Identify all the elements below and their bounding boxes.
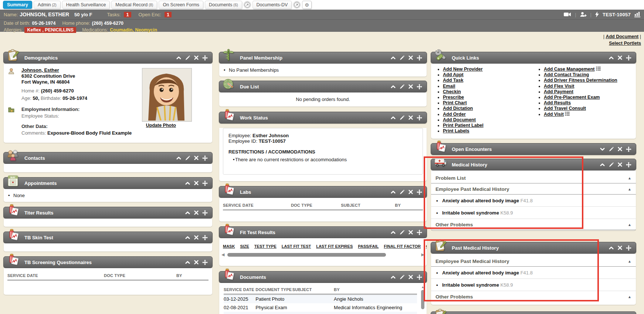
edit-icon[interactable] [399, 230, 405, 235]
section-employee-past-medical-history[interactable]: Employee Past Medical History ▲ [431, 183, 636, 195]
close-icon[interactable] [408, 55, 413, 60]
lightning-bolt-icon[interactable] [595, 11, 599, 17]
quick-link[interactable]: Add Appt [443, 72, 464, 77]
collapse-triangle-icon[interactable]: ▲ [628, 176, 631, 180]
col-header[interactable]: SERVICE DATE [7, 273, 104, 278]
col-header[interactable]: DOC TYPE [291, 203, 341, 207]
scrollbar-thumb[interactable] [227, 253, 386, 257]
select-portlets-link[interactable]: Select Portlets [609, 41, 641, 46]
collapse-triangle-icon[interactable]: ▲ [628, 223, 631, 227]
open-enc-count-badge[interactable]: 1 [165, 12, 172, 17]
tasks-count-badge[interactable]: 1 [124, 12, 131, 17]
move-icon[interactable] [626, 162, 631, 168]
scroll-up-icon[interactable]: ▲ [421, 285, 424, 289]
collapse-icon[interactable] [176, 155, 182, 161]
move-icon[interactable] [626, 245, 631, 251]
close-icon[interactable] [617, 162, 623, 167]
col-header[interactable]: BY [334, 287, 340, 292]
col-header[interactable]: DOC TYPE [104, 273, 176, 278]
move-icon[interactable] [626, 146, 631, 152]
collapse-icon[interactable] [176, 55, 182, 61]
col-header-size[interactable]: SIZE [240, 244, 249, 249]
close-icon[interactable] [194, 210, 199, 215]
move-icon[interactable] [417, 115, 422, 121]
section-other-problems[interactable]: Other Problems ▲ [431, 291, 636, 302]
section-employee-past-medical-history[interactable]: Employee Past Medical History ▲ [431, 256, 636, 267]
collapse-icon[interactable] [390, 55, 396, 61]
edit-icon[interactable] [399, 189, 405, 195]
quick-link[interactable]: Add Contact Tracing [544, 72, 589, 77]
history-item[interactable]: Irritable bowel syndrome K58.9 [431, 279, 636, 291]
document-row[interactable]: 02-08-2021 Physical Exam Medical Informa… [224, 312, 417, 314]
vertical-scrollbar[interactable]: ▲ ▼ [420, 285, 426, 314]
col-header[interactable]: SERVICE DATE [224, 287, 255, 292]
move-icon[interactable] [417, 230, 422, 235]
quick-link[interactable]: Add New Provider [443, 67, 483, 72]
collapse-triangle-icon[interactable]: ▲ [628, 259, 631, 263]
col-header[interactable]: BY [176, 273, 182, 278]
bar-chart-icon[interactable] [634, 11, 640, 17]
quick-link[interactable]: Print Patient Label [443, 123, 484, 128]
close-icon[interactable] [194, 180, 199, 186]
allergies-badge[interactable]: Keflex , PENICILLINS [24, 27, 76, 33]
col-header-c-truncated[interactable]: C [426, 244, 427, 249]
move-icon[interactable] [626, 55, 631, 61]
edit-icon[interactable] [609, 146, 614, 152]
medications-label[interactable]: Medications: [82, 27, 108, 33]
close-icon[interactable] [617, 146, 623, 152]
edit-icon[interactable] [399, 55, 405, 61]
quick-link[interactable]: Add Results [544, 100, 571, 105]
section-other-problems[interactable]: Other Problems ▲ [431, 219, 636, 230]
scroll-right-icon[interactable]: ▶ [421, 252, 424, 257]
collapse-icon[interactable] [390, 84, 396, 90]
edit-icon[interactable] [185, 155, 190, 161]
update-photo-link[interactable]: Update Photo [146, 123, 176, 128]
quick-link[interactable]: Print Chart [443, 100, 467, 105]
document-row[interactable]: 03-12-2025 Patient Photo Angie Nichols [224, 295, 417, 303]
collapse-icon[interactable] [185, 180, 190, 186]
close-icon[interactable] [408, 84, 413, 89]
close-icon[interactable] [408, 274, 413, 280]
quick-link[interactable]: Add Flex Visit [544, 84, 574, 89]
tab-health-surveillance[interactable]: Health Surveillance [62, 1, 110, 9]
tab-admin[interactable]: Admin(2) [34, 1, 61, 9]
scroll-left-icon[interactable]: ◀ [221, 252, 224, 257]
close-icon[interactable] [408, 115, 413, 120]
col-header-mask[interactable]: MASK [223, 244, 235, 249]
collapse-icon[interactable] [185, 210, 190, 216]
horizontal-scrollbar[interactable]: ◀ ▶ [219, 251, 427, 260]
quick-link[interactable]: Prescribe [443, 95, 464, 100]
quick-link[interactable]: Add Dictation [443, 106, 473, 111]
col-header[interactable]: SUBJECT [292, 287, 334, 292]
scrollbar-thumb[interactable] [421, 290, 424, 309]
add-document-link[interactable]: Add Document [606, 34, 638, 39]
patient-name-link[interactable]: Johnson, Esther [21, 67, 59, 73]
quick-link[interactable]: Add Visit [544, 112, 564, 117]
collapse-icon[interactable] [390, 230, 396, 235]
col-header-pass-fail[interactable]: PASS/FAIL [358, 244, 379, 249]
history-item[interactable]: Irritable bowel syndrome K58.9 [431, 207, 636, 219]
close-icon[interactable] [194, 55, 199, 60]
quick-link[interactable]: Checkin [443, 89, 461, 94]
move-icon[interactable] [202, 180, 208, 186]
collapse-triangle-icon[interactable]: ▲ [628, 295, 631, 299]
move-icon[interactable] [202, 155, 208, 161]
video-camera-icon[interactable] [564, 12, 571, 17]
close-icon[interactable] [617, 55, 623, 60]
quick-link[interactable]: Add Order [443, 112, 466, 117]
tab-on-screen-forms[interactable]: On Screen Forms [159, 1, 203, 9]
collapse-icon[interactable] [390, 274, 396, 280]
quick-link[interactable]: Email [443, 84, 455, 89]
tab-medical-record[interactable]: Medical Record(8) [111, 1, 157, 9]
document-row[interactable]: 02-08-2021 Physical Exam Medical Informa… [224, 303, 417, 312]
edit-icon[interactable] [609, 162, 614, 168]
move-icon[interactable] [417, 189, 422, 195]
quick-link[interactable]: Add Task [443, 78, 463, 83]
close-icon[interactable] [408, 189, 413, 195]
quick-link[interactable]: Add Travel Consult [544, 106, 586, 111]
history-item[interactable]: Anxiety about altered body image F41.8 [431, 267, 636, 279]
tab-settings-gear-icon[interactable]: ⚙ [302, 1, 312, 9]
move-icon[interactable] [202, 235, 208, 240]
collapse-icon[interactable] [609, 55, 614, 61]
collapse-icon[interactable] [390, 115, 396, 121]
